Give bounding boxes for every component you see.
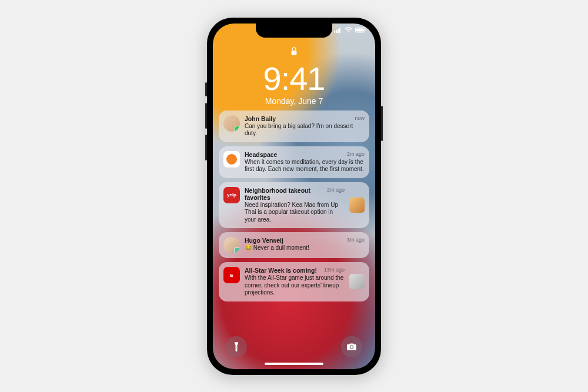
lock-icon bbox=[213, 47, 375, 58]
notification-time: 13m ago bbox=[324, 267, 345, 274]
notification-title: Headspace bbox=[245, 151, 277, 158]
notification-item[interactable]: John Baily now Can you bring a big salad… bbox=[219, 110, 369, 142]
svg-point-9 bbox=[236, 347, 237, 348]
svg-rect-2 bbox=[338, 29, 339, 33]
home-indicator[interactable] bbox=[265, 363, 323, 365]
yelp-app-icon: yelp bbox=[223, 187, 240, 203]
flashlight-icon bbox=[232, 341, 240, 352]
notification-title: Neighborhood takeout favorites bbox=[245, 187, 323, 201]
notification-title: John Baily bbox=[245, 115, 276, 122]
status-bar bbox=[334, 27, 367, 34]
svg-rect-1 bbox=[336, 30, 337, 33]
battery-icon bbox=[355, 27, 367, 34]
notification-body: Can you bring a big salad? I'm on desser… bbox=[245, 123, 365, 138]
notification-body: 😂 Never a dull moment! bbox=[245, 244, 365, 252]
notification-thumbnail bbox=[349, 197, 365, 213]
notification-thumbnail bbox=[349, 274, 365, 289]
svg-point-4 bbox=[348, 31, 349, 32]
notification-body: When it comes to meditation, every day i… bbox=[245, 159, 365, 173]
lock-time: 9:41 bbox=[213, 59, 375, 98]
notch bbox=[256, 24, 332, 38]
camera-button[interactable] bbox=[341, 336, 362, 357]
notification-body: With the All-Star game just around the c… bbox=[245, 274, 345, 297]
notification-time: 2m ago bbox=[327, 187, 345, 201]
notification-title: All-Star Week is coming! bbox=[245, 267, 317, 274]
notification-time: 3m ago bbox=[347, 237, 365, 244]
lock-screen-dock bbox=[213, 336, 375, 357]
svg-rect-0 bbox=[334, 31, 335, 33]
svg-rect-3 bbox=[339, 28, 340, 33]
notification-item[interactable]: yelp Neighborhood takeout favorites 2m a… bbox=[219, 182, 369, 229]
svg-rect-6 bbox=[356, 28, 364, 31]
notification-item[interactable]: Hugo Verweij 3m ago 😂 Never a dull momen… bbox=[219, 232, 369, 258]
notification-item[interactable]: E All-Star Week is coming! 13m ago With … bbox=[219, 262, 369, 301]
messages-badge-icon bbox=[234, 126, 240, 132]
flashlight-button[interactable] bbox=[226, 336, 247, 357]
notification-time: 2m ago bbox=[347, 151, 365, 158]
notification-time: now bbox=[355, 115, 365, 122]
svg-rect-7 bbox=[366, 29, 367, 31]
lock-screen[interactable]: 9:41 Monday, June 7 John Baily now Can y… bbox=[213, 24, 375, 369]
svg-rect-8 bbox=[292, 51, 297, 55]
contact-avatar-icon bbox=[223, 237, 240, 253]
lock-date: Monday, June 7 bbox=[213, 96, 375, 106]
headspace-app-icon bbox=[223, 151, 240, 167]
notification-body: Need inspiration? Kea Mao from Up Thai i… bbox=[245, 202, 345, 224]
notification-list: John Baily now Can you bring a big salad… bbox=[219, 110, 369, 301]
cellular-signal-icon bbox=[334, 27, 342, 34]
notification-title: Hugo Verweij bbox=[245, 237, 283, 244]
contact-avatar-icon bbox=[223, 115, 240, 132]
espn-app-icon: E bbox=[223, 267, 240, 283]
notification-item[interactable]: Headspace 2m ago When it comes to medita… bbox=[219, 146, 369, 178]
phone-frame: 9:41 Monday, June 7 John Baily now Can y… bbox=[207, 18, 381, 375]
camera-icon bbox=[346, 343, 357, 351]
findmy-badge-icon bbox=[234, 247, 240, 253]
wifi-icon bbox=[345, 27, 353, 34]
